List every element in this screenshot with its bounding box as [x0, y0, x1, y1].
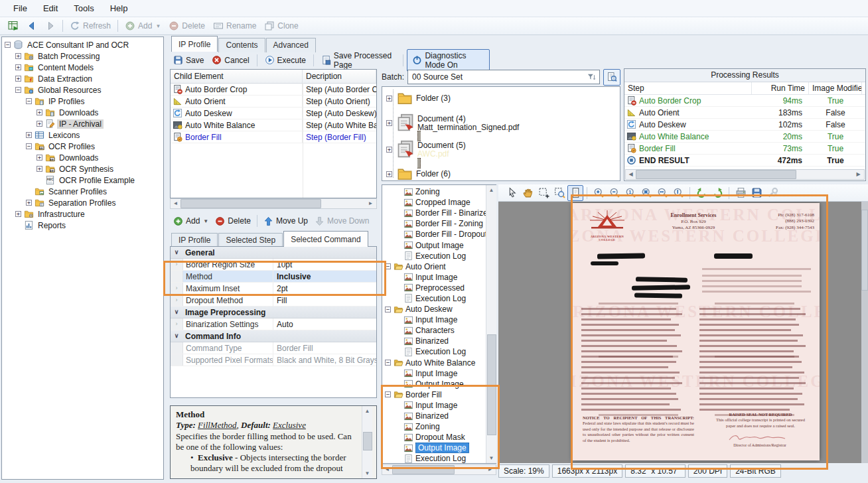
viewer-zoom-out-button[interactable] — [607, 185, 622, 201]
back-button[interactable] — [23, 19, 41, 33]
menu-edit[interactable]: Edit — [35, 1, 66, 16]
viewer-zoom-in-button[interactable] — [591, 185, 607, 201]
tree-item[interactable]: −ABCOCR Profiles — [2, 141, 163, 152]
viewer-tools-button[interactable] — [764, 185, 780, 201]
viewer-fit-page-button[interactable] — [567, 185, 583, 201]
child-table-hscrollbar[interactable]: ◄► — [170, 198, 377, 209]
expander-plus-icon[interactable]: + — [386, 171, 392, 177]
viewer-pointer-button[interactable] — [504, 185, 520, 201]
viewer-rotate-right-button[interactable] — [709, 185, 725, 201]
expander-minus-icon[interactable]: − — [385, 391, 391, 397]
expander-plus-icon[interactable]: + — [386, 147, 392, 153]
tree-item[interactable]: +IP - Archival — [2, 118, 163, 129]
viewer-rotate-left-button[interactable] — [693, 185, 709, 201]
expander-minus-icon[interactable]: − — [15, 87, 21, 93]
diagnostics-item[interactable]: Input Image — [382, 400, 496, 411]
expander-plus-icon[interactable]: + — [36, 109, 42, 115]
diagnostics-item[interactable]: Execution Log — [382, 453, 496, 464]
cancel-button[interactable]: Cancel — [208, 54, 252, 66]
toolbar-rename-button[interactable]: Rename — [209, 19, 260, 33]
property-row[interactable]: ›Border Region Size10pt — [171, 259, 376, 271]
results-header[interactable]: StepRun TimeImage Modifie — [624, 82, 865, 95]
tab-selected-command[interactable]: Selected Command — [283, 231, 368, 247]
menu-tools[interactable]: Tools — [66, 1, 102, 16]
preview-toggle-button[interactable] — [603, 69, 620, 86]
tab-ip-profile[interactable]: IP Profile — [171, 36, 218, 52]
forward-button[interactable] — [41, 19, 60, 33]
diagnostics-item[interactable]: Dropout Mask — [382, 432, 496, 443]
tree-item[interactable]: +Separation Profiles — [2, 197, 163, 208]
viewer-hand-button[interactable] — [520, 185, 536, 201]
tab-selected-step[interactable]: Selected Step — [218, 233, 283, 247]
expander-plus-icon[interactable]: + — [15, 211, 21, 217]
diagnostics-item[interactable]: Output Image — [382, 379, 496, 389]
property-row[interactable]: Supported Pixel FormatsBlack and White, … — [171, 354, 376, 366]
toolbar-clone-button[interactable]: Clone — [260, 19, 302, 33]
expander-plus-icon[interactable]: + — [26, 200, 32, 206]
list-delete-button[interactable]: Delete — [212, 215, 254, 228]
expander-minus-icon[interactable]: − — [385, 360, 391, 366]
expander-plus-icon[interactable]: + — [36, 121, 42, 127]
toolbar-refresh-button[interactable]: Refresh — [66, 19, 115, 33]
diagnostics-item[interactable]: Input Image — [382, 314, 496, 325]
viewer-fit-width-button[interactable] — [654, 185, 670, 201]
viewer-canvas[interactable]: ARIZONA WESTERN COLLEGE ARIZONA WESTERN … — [498, 202, 868, 463]
diagnostics-item[interactable]: Zoning — [382, 186, 496, 197]
tree-item[interactable]: +Downloads — [2, 107, 163, 118]
diagnostics-item[interactable]: Execution Log — [382, 293, 496, 304]
results-row[interactable]: Border Fill73msTrue — [624, 143, 865, 155]
results-row[interactable]: Auto White Balance20msTrue — [624, 131, 865, 143]
list-add-button[interactable]: Add▼ — [170, 215, 212, 228]
diagnostics-item[interactable]: Output Image — [382, 443, 496, 453]
help-vscrollbar[interactable]: ▲ ▼ — [362, 406, 372, 478]
results-row[interactable]: Auto Border Crop94msTrue — [624, 95, 865, 107]
diagnostics-item[interactable]: Border Fill - Binarized — [382, 208, 496, 218]
list-move-down-button[interactable]: Move Down — [311, 215, 372, 228]
property-group[interactable]: ∨Image Preprocessing — [171, 307, 376, 318]
property-row[interactable]: ›Dropout MethodFill — [171, 295, 376, 307]
app-button[interactable] — [4, 19, 23, 33]
diagnostics-item[interactable]: Execution Log — [382, 251, 496, 261]
property-row[interactable]: MethodInclusive — [171, 271, 376, 283]
expander-minus-icon[interactable]: − — [5, 42, 11, 48]
tree-item[interactable]: Scanner Profiles — [2, 186, 163, 197]
tree-item[interactable]: Reports — [2, 220, 163, 231]
child-table-row[interactable]: Auto OrientStep (Auto Orient) — [171, 96, 376, 107]
diagnostics-item[interactable]: Characters — [382, 325, 496, 336]
diagnostics-item[interactable]: Binarized — [382, 336, 496, 346]
property-row[interactable]: ›Maximum Inset2pt — [171, 283, 376, 295]
tab-advanced[interactable]: Advanced — [266, 38, 316, 52]
child-table-row[interactable]: Border FillStep (Border Fill) — [171, 131, 376, 143]
tree-item[interactable]: ABCOCR Profile Example — [2, 174, 163, 186]
diagnostics-item[interactable]: Border Fill - Zoning — [382, 218, 496, 229]
diagnostics-item[interactable]: Border Fill - Dropout — [382, 229, 496, 240]
child-table-row[interactable]: Auto Border CropStep (Auto Border Crop) — [171, 84, 376, 96]
toolbar-add-button[interactable]: Add▼ — [121, 19, 165, 33]
results-row[interactable]: Auto Deskew102msFalse — [624, 119, 865, 131]
expander-plus-icon[interactable]: + — [15, 64, 21, 70]
expander-plus-icon[interactable]: + — [15, 53, 21, 59]
diagnostics-item[interactable]: −Auto Orient — [382, 261, 496, 272]
tree-item[interactable]: +Batch Processing — [2, 50, 163, 62]
expander-plus-icon[interactable]: + — [36, 166, 42, 172]
expander-plus-icon[interactable]: + — [386, 120, 392, 126]
property-group[interactable]: ∨General — [171, 247, 376, 259]
results-row[interactable]: END RESULT472msTrue — [624, 155, 865, 167]
save-processed-page-button[interactable]: Save Processed Page — [318, 50, 399, 71]
viewer-zoom-select-button[interactable] — [551, 185, 567, 201]
expander-plus-icon[interactable]: + — [386, 96, 392, 102]
viewer-save-image-button[interactable] — [749, 185, 764, 201]
menu-help[interactable]: Help — [102, 1, 136, 16]
diagnostics-hscrollbar[interactable]: ◄► — [382, 464, 496, 475]
property-group[interactable]: ∨Command Info — [171, 330, 376, 342]
viewer-vscrollbar[interactable] — [861, 202, 868, 463]
toolbar-delete-button[interactable]: Delete — [165, 19, 209, 33]
diagnostics-mode-on-button[interactable]: Diagnostics Mode On — [407, 49, 490, 72]
help-type-link[interactable]: FillMethod — [198, 420, 237, 430]
child-table-row[interactable]: Auto DeskewStep (Auto Deskew) — [171, 107, 376, 119]
tree-item[interactable]: +Data Extraction — [2, 73, 163, 84]
list-move-up-button[interactable]: Move Up — [260, 215, 311, 228]
expander-minus-icon[interactable]: − — [385, 307, 391, 312]
property-row[interactable]: Command TypeBorder Fill — [171, 342, 376, 354]
help-default-link[interactable]: Exclusive — [273, 420, 306, 430]
